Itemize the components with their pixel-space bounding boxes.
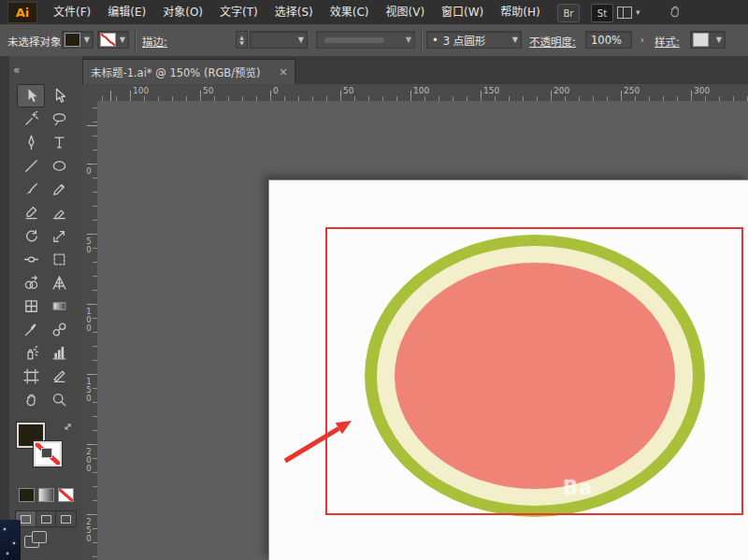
draw-inside-button[interactable] bbox=[56, 511, 76, 526]
screen-mode-button[interactable] bbox=[24, 531, 49, 548]
menu-item-5[interactable]: 选择(S) bbox=[266, 0, 322, 24]
hand-icon bbox=[668, 4, 683, 19]
tool-type[interactable] bbox=[45, 131, 73, 154]
tool-direct-selection[interactable] bbox=[45, 84, 73, 108]
tool-pencil[interactable] bbox=[45, 178, 73, 201]
h-ruler-label: 50 bbox=[343, 86, 353, 95]
tool-blend[interactable] bbox=[45, 318, 73, 341]
width-profile-dropdown[interactable]: ▼ bbox=[316, 31, 415, 49]
chevron-down-icon: ▼ bbox=[81, 36, 93, 44]
expand-arrow-button[interactable]: › bbox=[636, 31, 649, 49]
swap-fill-stroke-icon[interactable]: ↔ bbox=[61, 420, 76, 435]
workspace-switcher[interactable]: ▾ bbox=[617, 6, 645, 19]
tool-free-transform[interactable] bbox=[45, 248, 73, 271]
tool-artboard[interactable] bbox=[17, 365, 45, 388]
pencil-icon bbox=[51, 181, 67, 197]
tool-rotate[interactable] bbox=[17, 224, 45, 248]
screen-mode-front-icon bbox=[32, 531, 47, 543]
h-ruler-label: 300 bbox=[694, 86, 710, 95]
pen-icon bbox=[23, 135, 39, 151]
menu-item-8[interactable]: 窗口(W) bbox=[433, 0, 492, 24]
tool-pen[interactable] bbox=[17, 131, 45, 154]
tool-gradient[interactable] bbox=[45, 294, 73, 318]
stroke-color-dropdown[interactable]: ▼ bbox=[97, 31, 129, 49]
brush-definition-dropdown[interactable]: • 3 点圆形 ▼ bbox=[426, 31, 522, 49]
tool-hand[interactable] bbox=[17, 388, 45, 411]
tool-magic-wand[interactable] bbox=[17, 108, 45, 131]
menu-item-9[interactable]: 帮助(H) bbox=[492, 0, 548, 24]
zoom-icon bbox=[51, 392, 67, 408]
stock-icon[interactable]: St bbox=[591, 4, 613, 22]
brush-dot-icon: • bbox=[427, 34, 439, 47]
stroke-weight-label[interactable]: 描边: bbox=[142, 34, 167, 49]
stroke-weight-combo[interactable]: ▼ bbox=[250, 31, 308, 49]
tool-selection[interactable] bbox=[17, 84, 45, 108]
mesh-icon bbox=[23, 298, 39, 314]
paintbrush-icon bbox=[23, 181, 39, 197]
menu-item-2[interactable]: 编辑(E) bbox=[99, 0, 154, 24]
stroke-weight-stepper[interactable]: ▲ ▼ bbox=[236, 31, 248, 49]
v-ruler-label: 250 bbox=[84, 517, 94, 542]
tool-lasso[interactable] bbox=[45, 108, 73, 131]
stroke-color-swatch[interactable] bbox=[34, 441, 62, 467]
tool-column-graph[interactable] bbox=[45, 341, 73, 365]
step-down-icon: ▼ bbox=[239, 40, 244, 46]
tool-scale[interactable] bbox=[45, 224, 73, 248]
menu-item-7[interactable]: 视图(V) bbox=[377, 0, 433, 24]
document-tab[interactable]: 未标题-1.ai* @ 150% (RGB/预览) × bbox=[82, 59, 295, 84]
close-icon[interactable]: × bbox=[272, 65, 295, 79]
rotate-icon bbox=[23, 228, 39, 244]
tool-paintbrush[interactable] bbox=[17, 178, 45, 201]
tool-shape-builder[interactable] bbox=[17, 271, 45, 294]
menu-item-3[interactable]: 对象(O) bbox=[154, 0, 211, 24]
perspective-grid-icon bbox=[51, 275, 67, 291]
width-icon bbox=[23, 251, 39, 267]
draw-behind-button[interactable] bbox=[36, 511, 57, 526]
eraser-icon bbox=[51, 205, 67, 221]
style-label[interactable]: 样式: bbox=[654, 34, 680, 49]
blob-brush-icon bbox=[23, 205, 39, 221]
tool-ellipse[interactable] bbox=[45, 154, 73, 178]
collapse-panel-button[interactable]: « bbox=[13, 64, 20, 77]
menu-item-4[interactable]: 文字(T) bbox=[211, 0, 266, 24]
document-title: 未标题-1.ai* @ 150% (RGB/预览) bbox=[83, 65, 268, 79]
tool-eyedropper[interactable] bbox=[17, 318, 45, 341]
menu-bar: Ai 文件(F)编辑(E)对象(O)文字(T)选择(S)效果(C)视图(V)窗口… bbox=[0, 0, 748, 25]
control-bar: 未选择对象 ▼ ▼ 描边: ▲ ▼ ▼ ▼ • 3 点圆形 ▼ 不透明度: bbox=[0, 24, 748, 57]
tool-perspective-grid[interactable] bbox=[45, 271, 73, 294]
tool-eraser[interactable] bbox=[45, 201, 73, 224]
none-mode-button[interactable] bbox=[58, 488, 74, 502]
h-ruler-label: 100 bbox=[413, 86, 429, 95]
tool-symbol-sprayer[interactable] bbox=[17, 341, 45, 365]
tool-zoom[interactable] bbox=[45, 388, 73, 411]
lasso-icon bbox=[51, 111, 67, 127]
no-selection-label: 未选择对象 bbox=[7, 34, 62, 49]
tool-line-segment[interactable] bbox=[17, 154, 45, 178]
tool-mesh[interactable] bbox=[17, 294, 45, 318]
stroke-hole bbox=[41, 448, 52, 458]
v-ruler-label: 150 bbox=[84, 377, 94, 402]
menu-item-6[interactable]: 效果(C) bbox=[322, 0, 378, 24]
chevron-down-icon: ▾ bbox=[636, 7, 640, 17]
style-dropdown[interactable]: ▼ bbox=[690, 31, 726, 49]
tool-blob-brush[interactable] bbox=[17, 201, 45, 224]
artboard-icon bbox=[23, 368, 39, 384]
opacity-label[interactable]: 不透明度: bbox=[529, 34, 576, 49]
canvas-area[interactable]: Ba bbox=[97, 101, 748, 560]
gradient-mode-button[interactable] bbox=[38, 488, 54, 502]
chevron-down-icon: ▼ bbox=[403, 36, 414, 44]
bridge-icon[interactable]: Br bbox=[557, 4, 580, 22]
stroke-none-swatch-icon bbox=[100, 33, 116, 47]
blend-icon bbox=[51, 322, 67, 337]
h-ruler-label: 250 bbox=[624, 86, 640, 95]
share-hand-icon[interactable] bbox=[668, 4, 684, 21]
color-mode-button[interactable] bbox=[19, 488, 35, 502]
tool-width[interactable] bbox=[17, 248, 45, 271]
symbol-sprayer-icon bbox=[23, 345, 39, 361]
tool-slice[interactable] bbox=[45, 365, 73, 388]
chevron-down-icon: ▼ bbox=[117, 36, 128, 44]
vertical-ruler: 050100150200250 bbox=[82, 101, 98, 560]
menu-item-1[interactable]: 文件(F) bbox=[45, 0, 99, 24]
opacity-input[interactable]: 100% bbox=[585, 31, 632, 49]
fill-color-dropdown[interactable]: ▼ bbox=[62, 31, 94, 49]
